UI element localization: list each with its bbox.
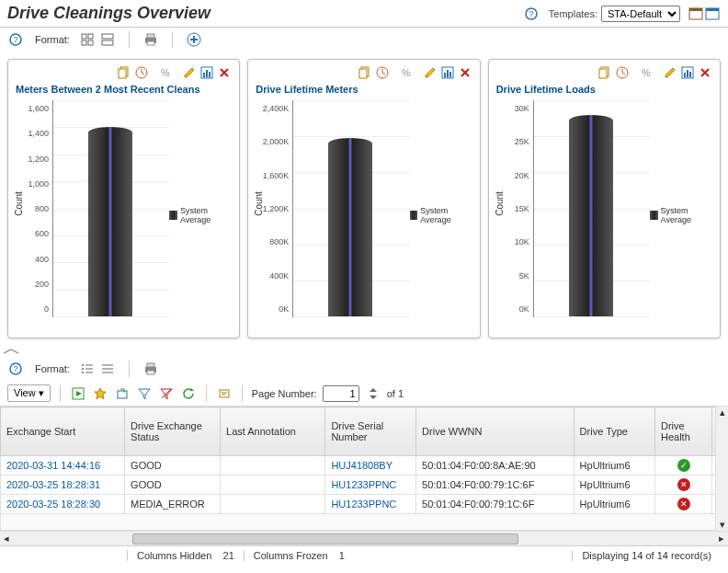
copy-icon[interactable] [117, 65, 131, 80]
y-tick: 200 [35, 280, 49, 289]
percent-icon[interactable]: % [158, 65, 173, 80]
cell-status: MEDIA_ERROR [125, 495, 221, 514]
chart-plot [533, 100, 650, 317]
help-icon[interactable]: ? [7, 361, 24, 377]
health-bad-icon: ✕ [677, 498, 690, 510]
cell-exchange-start[interactable]: 2020-03-25 18:28:30 [1, 495, 125, 514]
svg-rect-30 [209, 72, 210, 77]
horizontal-scrollbar[interactable]: ◂ ▸ [0, 531, 728, 545]
pencil-icon[interactable] [423, 65, 438, 80]
record-count: Displaying 14 of 14 record(s) [572, 550, 721, 561]
svg-line-79 [162, 389, 171, 398]
svg-line-24 [142, 73, 144, 74]
copy-icon[interactable] [597, 65, 612, 80]
column-header[interactable]: Drive Exchange Status [125, 407, 221, 456]
legend-label: System Average [420, 206, 472, 224]
y-tick: 0K [279, 304, 289, 314]
scroll-right-icon[interactable]: ▸ [715, 533, 728, 544]
close-icon[interactable] [698, 65, 712, 80]
y-tick: 600 [35, 229, 49, 238]
svg-marker-26 [185, 68, 194, 77]
help-icon[interactable]: ? [523, 6, 540, 22]
column-header[interactable]: Drive Type [574, 407, 654, 456]
template-open-icon[interactable] [688, 6, 704, 22]
clock-icon[interactable] [375, 65, 390, 80]
svg-rect-9 [88, 34, 93, 39]
scroll-left-icon[interactable]: ◂ [0, 533, 13, 544]
charts-toolbar: ? Format: [0, 28, 728, 52]
cell-exchange-start[interactable]: 2020-03-31 14:44:16 [1, 456, 125, 476]
star-icon[interactable] [92, 385, 108, 402]
column-header[interactable]: Drive WWNN [416, 407, 574, 456]
column-header[interactable]: Drive Serial Number [325, 407, 416, 456]
chart-panels: %Meters Between 2 Most Recent CleansCoun… [0, 52, 728, 346]
columns-hidden-label: Columns Hidden [137, 550, 211, 561]
list-bullets-icon[interactable] [79, 361, 96, 377]
table-scrollbar[interactable]: ▴ ▾ [715, 407, 728, 531]
list-details-icon[interactable] [99, 361, 116, 377]
cell-drive-type: HpUltrium6 [574, 456, 654, 476]
clock-icon[interactable] [134, 65, 149, 80]
svg-marker-80 [190, 388, 194, 391]
annotate-icon[interactable] [216, 385, 233, 402]
collapse-handle[interactable] [0, 346, 728, 357]
health-bad-icon: ✕ [677, 478, 690, 491]
scroll-down-icon[interactable]: ▾ [720, 519, 725, 531]
template-save-icon[interactable] [704, 6, 721, 22]
column-header[interactable]: Last Annotation [221, 407, 325, 456]
chart-icon[interactable] [680, 65, 695, 80]
close-icon[interactable] [217, 65, 232, 80]
table-row[interactable]: 2020-03-25 18:28:31GOODHU1233PPNC50:01:0… [1, 476, 728, 495]
percent-icon[interactable]: % [399, 65, 414, 80]
templates-select[interactable]: STA-Default [601, 6, 680, 22]
svg-text:?: ? [13, 35, 17, 44]
filter-clear-icon[interactable] [158, 385, 175, 402]
chart-bar [569, 115, 613, 316]
svg-rect-81 [220, 390, 229, 397]
chart-icon[interactable] [199, 65, 214, 80]
table-row[interactable]: 2020-03-25 18:28:30MEDIA_ERRORHU1233PPNC… [1, 495, 728, 514]
scroll-thumb[interactable] [132, 533, 518, 544]
cell-serial[interactable]: HU1233PPNC [325, 476, 416, 495]
page-stepper-icon[interactable] [365, 385, 381, 402]
cell-annotation [221, 456, 325, 476]
layout-grid-icon[interactable] [79, 31, 96, 48]
cell-status: GOOD [125, 456, 221, 476]
svg-rect-28 [203, 73, 205, 77]
table-row[interactable]: 2020-03-31 14:44:16GOODHUJ41808BY50:01:0… [1, 456, 728, 476]
add-chart-icon[interactable] [186, 31, 202, 48]
pencil-icon[interactable] [663, 65, 677, 80]
filter-icon[interactable] [136, 385, 153, 402]
refresh-icon[interactable] [180, 385, 197, 402]
print-icon[interactable] [142, 31, 159, 48]
cell-exchange-start[interactable]: 2020-03-25 18:28:31 [1, 476, 125, 495]
column-header[interactable]: Exchange Start [1, 407, 125, 456]
view-menu-button[interactable]: View ▾ [7, 384, 51, 402]
column-header[interactable]: Drive Health [654, 407, 711, 456]
table-format-toolbar: ? Format: [0, 357, 728, 381]
scroll-up-icon[interactable]: ▴ [720, 407, 725, 418]
panel-toolbar: % [16, 65, 232, 80]
run-icon[interactable] [70, 385, 86, 402]
cell-serial[interactable]: HUJ41808BY [325, 456, 416, 476]
svg-rect-13 [102, 40, 113, 45]
close-icon[interactable] [458, 65, 472, 80]
pencil-icon[interactable] [182, 65, 197, 80]
cell-serial[interactable]: HU1233PPNC [325, 495, 416, 514]
help-icon[interactable]: ? [7, 31, 24, 48]
svg-rect-21 [119, 69, 126, 78]
svg-marker-77 [139, 389, 150, 399]
data-table-container: Exchange StartDrive Exchange StatusLast … [0, 407, 728, 531]
export-icon[interactable] [114, 385, 131, 402]
layout-stack-icon[interactable] [99, 31, 116, 48]
chart-icon[interactable] [440, 65, 455, 80]
svg-text:%: % [402, 67, 411, 78]
page-number-input[interactable] [323, 385, 359, 402]
clock-icon[interactable] [615, 65, 630, 80]
y-tick: 1,000 [28, 179, 49, 189]
separator [172, 31, 173, 48]
chart-legend: System Average [169, 100, 232, 330]
copy-icon[interactable] [358, 65, 372, 80]
print-icon[interactable] [142, 361, 159, 377]
percent-icon[interactable]: % [639, 65, 654, 80]
